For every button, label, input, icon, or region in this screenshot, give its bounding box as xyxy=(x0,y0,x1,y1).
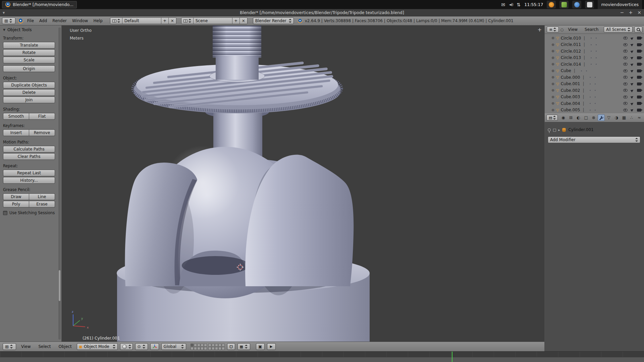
clock[interactable]: 11:55:17 xyxy=(524,2,543,7)
renderability-camera-icon[interactable] xyxy=(637,43,641,46)
tab-world[interactable]: ◐ xyxy=(575,114,582,121)
layer-cell[interactable] xyxy=(208,344,211,347)
outliner-row[interactable]: ⊕▽Cube.001| xyxy=(545,81,644,87)
editor-type-selector[interactable]: ⊞ xyxy=(2,17,15,24)
menu-window[interactable]: Window xyxy=(69,18,91,23)
outliner-row[interactable]: ⊕▽Cube.005| xyxy=(545,107,644,114)
history-button[interactable]: History... xyxy=(3,177,55,184)
renderability-camera-icon[interactable] xyxy=(637,63,641,66)
smooth-button[interactable]: Smooth xyxy=(3,113,29,120)
visibility-eye-icon[interactable] xyxy=(623,37,628,40)
visibility-eye-icon[interactable] xyxy=(623,109,628,112)
object-name[interactable]: Circle.014 xyxy=(561,62,581,67)
selectability-cursor-icon[interactable] xyxy=(630,69,634,73)
panel-collapse-icon[interactable]: ▼ xyxy=(3,28,5,32)
tab-constraints[interactable]: ⊗ xyxy=(590,114,597,121)
layer-cell[interactable] xyxy=(222,344,225,347)
layer-cell[interactable] xyxy=(194,347,197,350)
outliner-row[interactable]: ⊕▽Cube.004| xyxy=(545,100,644,107)
selectability-cursor-icon[interactable] xyxy=(630,102,634,105)
delete-scene-button[interactable]: × xyxy=(240,18,247,24)
expand-icon[interactable]: ⊕ xyxy=(551,56,554,60)
tab-particles[interactable]: ∴ xyxy=(628,114,635,121)
outliner-row[interactable]: ⊕▽Circle.013| xyxy=(545,55,644,61)
scrollbar-thumb[interactable] xyxy=(59,270,60,301)
menu-add[interactable]: Add xyxy=(37,18,50,23)
expand-icon[interactable]: ⊕ xyxy=(551,95,554,99)
menu-view[interactable]: View xyxy=(18,344,33,349)
expand-icon[interactable]: ⊕ xyxy=(551,36,554,40)
screen-layout-name[interactable]: Default xyxy=(122,18,161,24)
layer-cell[interactable] xyxy=(215,347,218,350)
app-launcher-blue[interactable] xyxy=(572,1,581,8)
timeline-scrollbar[interactable] xyxy=(0,357,644,362)
snap-element-selector[interactable]: ▦ xyxy=(237,343,250,350)
tab-texture[interactable]: ▦ xyxy=(621,114,628,121)
render-engine-selector[interactable]: Blender Render xyxy=(253,17,294,24)
grease-draw-button[interactable]: Draw xyxy=(3,193,29,200)
expand-icon[interactable]: ⊕ xyxy=(551,75,554,79)
add-scene-button[interactable]: + xyxy=(232,18,240,24)
layer-cell[interactable] xyxy=(201,344,204,347)
selectability-cursor-icon[interactable] xyxy=(630,36,634,40)
rotate-button[interactable]: Rotate xyxy=(3,49,55,56)
search-button[interactable] xyxy=(634,26,642,33)
expand-icon[interactable]: ⊕ xyxy=(551,49,554,53)
3d-model-tripod-head[interactable]: x y z xyxy=(62,25,544,342)
selectability-cursor-icon[interactable] xyxy=(630,95,634,99)
visibility-eye-icon[interactable] xyxy=(623,43,628,46)
expand-icon[interactable]: ⊕ xyxy=(551,69,554,73)
layer-cell[interactable] xyxy=(212,347,215,350)
renderability-camera-icon[interactable] xyxy=(637,56,641,59)
layers-grid-2[interactable] xyxy=(208,344,225,350)
app-launcher-orange[interactable] xyxy=(547,1,556,8)
menu-select[interactable]: Select xyxy=(36,344,53,349)
viewport-shading-selector[interactable] xyxy=(120,343,133,350)
volume-icon[interactable]: ◄)) xyxy=(509,3,513,6)
object-name[interactable]: Cube.005 xyxy=(561,108,580,112)
layer-cell[interactable] xyxy=(218,344,221,347)
layer-cell[interactable] xyxy=(222,347,225,350)
layer-cell[interactable] xyxy=(215,344,218,347)
remove-keyframe-button[interactable]: Remove xyxy=(29,129,55,136)
translate-button[interactable]: Translate xyxy=(3,42,55,49)
selectability-cursor-icon[interactable] xyxy=(630,62,634,66)
selectability-cursor-icon[interactable] xyxy=(630,108,634,112)
layer-cell[interactable] xyxy=(204,344,207,347)
join-button[interactable]: Join xyxy=(3,97,55,103)
object-name[interactable]: Cube xyxy=(561,68,571,73)
selectability-cursor-icon[interactable] xyxy=(630,75,634,79)
timeline-playhead[interactable] xyxy=(452,352,452,362)
selectability-cursor-icon[interactable] xyxy=(630,56,634,60)
object-name[interactable]: Cube.000 xyxy=(561,75,580,80)
flat-button[interactable]: Flat xyxy=(29,113,55,120)
app-launcher-files[interactable] xyxy=(585,1,594,8)
layer-cell[interactable] xyxy=(201,347,204,350)
visibility-eye-icon[interactable] xyxy=(623,76,628,79)
opengl-render-anim-button[interactable]: ▶ xyxy=(267,343,276,350)
pivot-point-selector[interactable]: ⊙ xyxy=(135,343,148,350)
transform-orientation-selector[interactable]: Global xyxy=(161,343,186,350)
outliner-row[interactable]: ⊕▽Cube| xyxy=(545,68,644,74)
tab-object-data[interactable]: ▽ xyxy=(605,114,612,121)
outliner-row[interactable]: ⊕▽Circle.010| xyxy=(545,35,644,42)
visibility-eye-icon[interactable] xyxy=(623,89,628,92)
object-tools-panel-header[interactable]: ▼ Object Tools xyxy=(3,27,61,32)
outliner-row[interactable]: ⊕▽Circle.011| xyxy=(545,42,644,48)
visibility-eye-icon[interactable] xyxy=(623,96,628,99)
tab-render[interactable]: ◉ xyxy=(560,114,567,121)
outliner-editor-type-selector[interactable]: ≡ xyxy=(547,26,559,33)
add-layout-button[interactable]: + xyxy=(161,18,169,24)
expand-icon[interactable]: ⊕ xyxy=(551,62,554,66)
selectability-cursor-icon[interactable] xyxy=(630,88,634,92)
add-modifier-dropdown[interactable]: Add Modifier xyxy=(548,136,640,143)
grease-erase-button[interactable]: Erase xyxy=(29,201,55,207)
layer-cell[interactable] xyxy=(208,347,211,350)
mode-selector[interactable]: ■ Object Mode xyxy=(77,343,118,350)
repeat-last-button[interactable]: Repeat Last xyxy=(3,170,55,176)
object-name[interactable]: Circle.010 xyxy=(561,36,581,41)
tab-modifiers[interactable] xyxy=(598,114,605,121)
session-user-applet[interactable]: moviendovertices xyxy=(598,0,642,9)
grease-poly-button[interactable]: Poly xyxy=(3,201,29,207)
scene-selector[interactable]: Scene + × xyxy=(181,17,248,24)
